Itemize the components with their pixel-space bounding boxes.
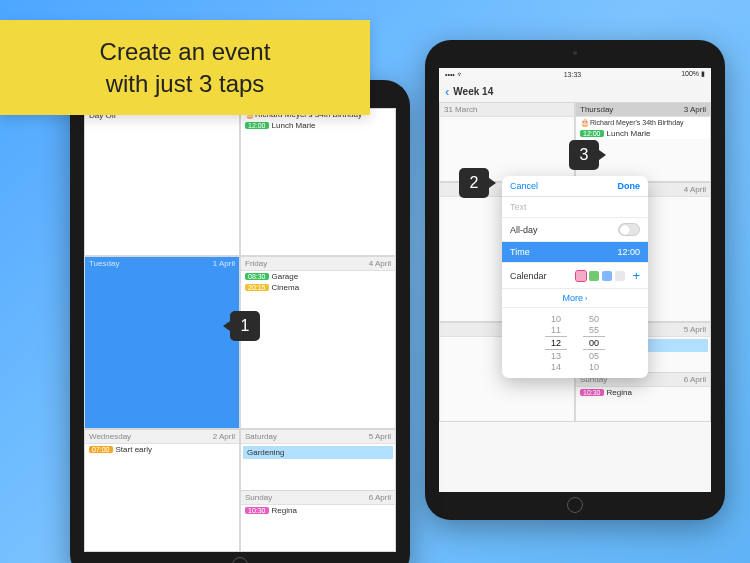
day-cell[interactable]: 🎂Richard Meyer's 34th Birthday 12:00Lunc… — [240, 108, 396, 256]
hour-wheel[interactable]: 10 11 12 13 14 — [545, 314, 567, 372]
signal-icon: •••• ᯤ — [445, 71, 464, 78]
cancel-button[interactable]: Cancel — [510, 181, 538, 191]
step-badge-1: 1 — [230, 311, 260, 341]
event-time: 10:30 — [580, 389, 604, 396]
day-name: Tuesday — [89, 259, 119, 268]
chevron-right-icon: › — [585, 295, 587, 302]
time-picker[interactable]: 10 11 12 13 14 50 55 00 05 10 — [502, 308, 648, 378]
status-time: 13:33 — [564, 71, 582, 78]
event-time: 07:00 — [89, 446, 113, 453]
day-date: 31 March — [444, 105, 477, 114]
day-date: 1 April — [213, 259, 235, 268]
nav-bar: ‹ Week 14 — [439, 80, 711, 102]
day-cell[interactable]: Friday4 April 08:30Garage 20:15Cinema — [240, 256, 396, 429]
swatch-blue[interactable] — [602, 271, 612, 281]
event-label: Richard Meyer's 34th Birthday — [590, 119, 684, 126]
add-calendar-icon[interactable]: + — [632, 268, 640, 283]
day-date: 5 April — [684, 325, 706, 334]
banner-line-1: Create an event — [100, 36, 271, 67]
nav-title: Week 14 — [453, 86, 493, 97]
camera-icon — [573, 51, 577, 55]
ipad-right: •••• ᯤ 13:33 100% ▮ ‹ Week 14 31 March T… — [425, 40, 725, 520]
calendar-row[interactable]: Calendar + — [502, 263, 648, 289]
time-label: Time — [510, 247, 530, 257]
day-date: 3 April — [684, 105, 706, 114]
day-cell-selected[interactable]: Tuesday1 April — [84, 256, 240, 429]
step-badge-2: 2 — [459, 168, 489, 198]
event-time: 08:30 — [245, 273, 269, 280]
day-date: 2 April — [213, 432, 235, 441]
day-date: 4 April — [684, 185, 706, 194]
birthday-icon: 🎂 — [580, 118, 590, 127]
time-value: 12:00 — [617, 247, 640, 257]
day-name: Wednesday — [89, 432, 131, 441]
swatch-green[interactable] — [589, 271, 599, 281]
calendar-label: Calendar — [510, 271, 547, 281]
status-bar: •••• ᯤ 13:33 100% ▮ — [439, 68, 711, 80]
calendar-swatches: + — [576, 268, 640, 283]
time-row[interactable]: Time 12:00 — [502, 242, 648, 263]
new-event-popup: Cancel Done Text All-day Time 12:00 Cale… — [502, 176, 648, 378]
battery-icon: 100% ▮ — [681, 70, 705, 78]
done-button[interactable]: Done — [618, 181, 641, 191]
allday-event[interactable]: Gardening — [243, 446, 393, 459]
minute-wheel[interactable]: 50 55 00 05 10 — [583, 314, 605, 372]
event-label: Lunch Marie — [607, 129, 651, 138]
more-button[interactable]: More› — [502, 289, 648, 308]
allday-row[interactable]: All-day — [502, 218, 648, 242]
event-label: Garage — [272, 272, 299, 281]
banner-line-2: with just 3 taps — [106, 68, 265, 99]
day-name: Thursday — [580, 105, 613, 114]
event-label: Cinema — [272, 283, 300, 292]
home-button[interactable] — [567, 497, 583, 513]
calendar-popup-screen: •••• ᯤ 13:33 100% ▮ ‹ Week 14 31 March T… — [439, 68, 711, 492]
event-label: Regina — [607, 388, 632, 397]
day-name: Friday — [245, 259, 267, 268]
day-date: 5 April — [369, 432, 391, 441]
event-title-input[interactable]: Text — [502, 197, 648, 218]
swatch-pink[interactable] — [576, 271, 586, 281]
allday-label: All-day — [510, 225, 538, 235]
day-cell-weekend[interactable]: Saturday5 April Gardening Sunday6 April … — [240, 429, 396, 552]
day-date: 4 April — [369, 259, 391, 268]
allday-toggle[interactable] — [618, 223, 640, 236]
event-label: Start early — [116, 445, 152, 454]
event-label: Regina — [272, 506, 297, 515]
day-name: Saturday — [245, 432, 277, 441]
day-cell[interactable]: Day Off — [84, 108, 240, 256]
step-badge-3: 3 — [569, 140, 599, 170]
promo-banner: Create an event with just 3 taps — [0, 20, 370, 115]
event-time: 12:00 — [580, 130, 604, 137]
day-date: 6 April — [369, 493, 391, 502]
swatch-grey[interactable] — [615, 271, 625, 281]
event-time: 20:15 — [245, 284, 269, 291]
day-name: Sunday — [245, 493, 272, 502]
event-label: Lunch Marie — [272, 121, 316, 130]
back-chevron-icon[interactable]: ‹ — [445, 84, 449, 99]
day-cell[interactable]: Wednesday2 April 07:00Start early — [84, 429, 240, 552]
event-time: 10:30 — [245, 507, 269, 514]
event-time: 12:00 — [245, 122, 269, 129]
day-date: 6 April — [684, 375, 706, 384]
home-button[interactable] — [232, 557, 248, 563]
